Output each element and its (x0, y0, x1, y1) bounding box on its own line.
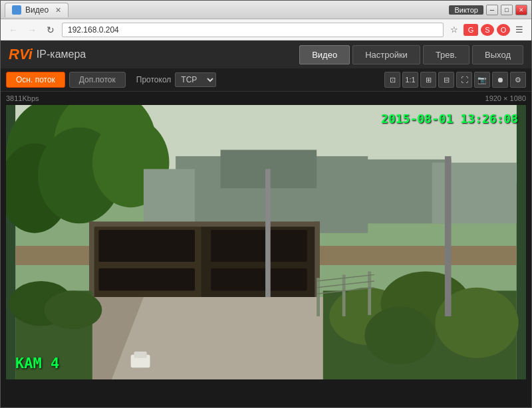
url-input[interactable] (62, 23, 444, 37)
svg-point-33 (364, 306, 435, 364)
nav-tab-settings[interactable]: Настройки (352, 45, 420, 64)
svg-point-28 (45, 290, 102, 329)
svg-rect-36 (317, 278, 320, 316)
svg-rect-37 (342, 274, 346, 316)
snapshot-icon[interactable]: 📷 (474, 72, 490, 88)
nav-tab-exit[interactable]: Выход (472, 45, 523, 64)
toolbar: Осн. поток Доп.поток Протокол TCP UDP HT… (1, 68, 531, 92)
title-bar-left: Видео ✕ (5, 3, 449, 17)
svg-rect-20 (211, 229, 307, 261)
sub-stream-button[interactable]: Доп.поток (69, 72, 126, 88)
svg-rect-35 (445, 156, 452, 316)
tab-favicon (12, 5, 21, 15)
settings-icon[interactable]: ⚙ (510, 72, 526, 88)
svg-rect-17 (89, 221, 94, 298)
browser-tab[interactable]: Видео ✕ (5, 3, 68, 17)
nav-tab-video[interactable]: Видео (299, 45, 350, 64)
nav-tab-alarm[interactable]: Трев. (423, 45, 469, 64)
minimize-button[interactable]: ─ (486, 5, 498, 15)
zoom-fit-icon[interactable]: ⊡ (384, 72, 400, 88)
close-button[interactable]: ✕ (515, 5, 527, 15)
main-stream-button[interactable]: Осн. поток (6, 72, 65, 88)
svg-rect-43 (134, 352, 146, 358)
title-bar: Видео ✕ Виктор ─ □ ✕ (1, 1, 531, 19)
svg-rect-38 (368, 271, 371, 315)
toolbar-right-icons: ⊡ 1:1 ⊞ ⊟ ⛶ 📷 ⏺ ⚙ (384, 72, 526, 88)
svg-rect-19 (98, 229, 195, 261)
protocol-label: Протокол (136, 75, 172, 84)
bookmark-icon[interactable]: ☆ (448, 23, 461, 37)
tab-label: Видео (25, 5, 49, 15)
svg-rect-16 (89, 221, 320, 227)
camera-scene-svg (6, 105, 526, 379)
camera-view: 2015-08-01 13:26:08 КАМ 4 (6, 105, 526, 379)
app-logo: RVi (9, 46, 33, 63)
app-nav: Видео Настройки Трев. Выход (299, 45, 523, 64)
app-title: IP-камера (37, 49, 86, 60)
zoom-out-icon[interactable]: ⊟ (438, 72, 454, 88)
extension-icon1[interactable]: G (464, 24, 478, 36)
svg-rect-34 (265, 169, 271, 297)
user-label: Виктор (449, 5, 483, 15)
app-header: RVi IP-камера Видео Настройки Трев. Выхо… (1, 41, 531, 68)
svg-rect-21 (98, 268, 195, 290)
refresh-button[interactable]: ↻ (43, 23, 58, 37)
svg-rect-22 (211, 268, 307, 290)
protocol-select[interactable]: TCP UDP HTTP (175, 72, 216, 87)
window-controls: Виктор ─ □ ✕ (449, 5, 527, 15)
back-button[interactable]: ← (6, 23, 21, 37)
main-content: RVi IP-камера Видео Настройки Трев. Выхо… (1, 41, 531, 379)
fullscreen-icon[interactable]: ⛶ (456, 72, 472, 88)
resolution-display: 1920 × 1080 (485, 94, 526, 102)
maximize-button[interactable]: □ (501, 5, 513, 15)
video-info-bar: 3811Kbps 1920 × 1080 (1, 92, 531, 104)
extension-icon3[interactable]: O (497, 24, 510, 36)
address-bar: ← → ↻ ☆ G S O ☰ (1, 19, 531, 41)
menu-icon[interactable]: ☰ (513, 23, 526, 37)
bitrate-display: 3811Kbps (6, 94, 39, 102)
address-bar-icons: ☆ G S O ☰ (448, 23, 526, 37)
extension-icon2[interactable]: S (481, 24, 494, 36)
svg-rect-11 (432, 162, 517, 223)
zoom-in-icon[interactable]: ⊞ (420, 72, 436, 88)
tab-close-button[interactable]: ✕ (55, 6, 61, 15)
forward-button[interactable]: → (25, 23, 39, 37)
zoom-100-icon[interactable]: 1:1 (402, 72, 418, 88)
record-icon[interactable]: ⏺ (492, 72, 508, 88)
